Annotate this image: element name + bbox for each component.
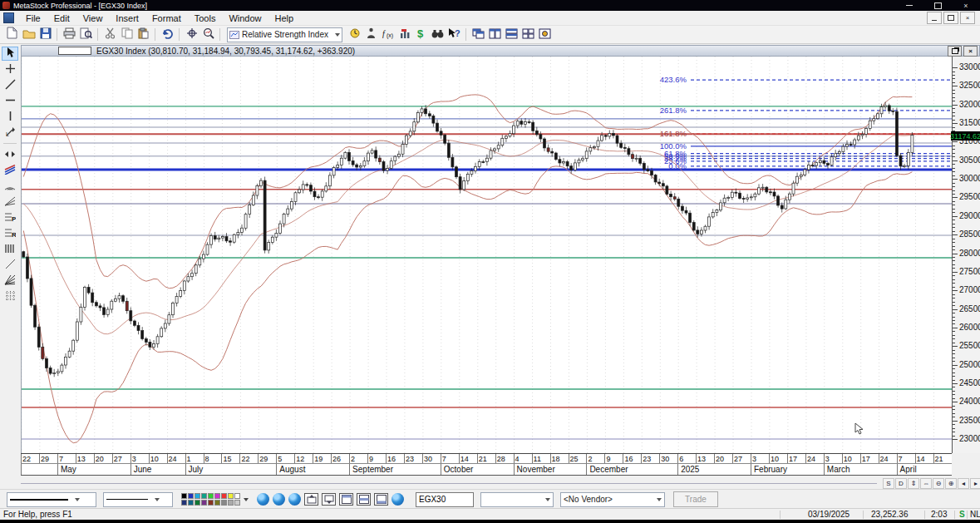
orb-chart-2-button[interactable] bbox=[273, 493, 285, 506]
color-swatch[interactable] bbox=[188, 500, 194, 506]
binoculars-button[interactable] bbox=[430, 27, 446, 42]
fibonacci-retracement-tool[interactable]: R bbox=[2, 226, 18, 240]
menu-item-window[interactable]: Window bbox=[222, 12, 268, 24]
color-swatch[interactable] bbox=[195, 493, 200, 499]
price-chart-canvas[interactable]: 423.6%261.8%161.8%100.0%61.8%50.0%38.2%2… bbox=[22, 57, 953, 453]
orb-chart-4-button[interactable] bbox=[392, 493, 404, 506]
window-tile-horizontal-button[interactable] bbox=[504, 27, 520, 42]
horizontal-line-tool[interactable] bbox=[2, 94, 18, 108]
chart-system-menu-icon[interactable] bbox=[3, 12, 14, 23]
chart-plot-area[interactable]: 423.6%261.8%161.8%100.0%61.8%50.0%38.2%2… bbox=[21, 57, 952, 453]
help-pointer-button[interactable]: ? bbox=[446, 27, 462, 42]
explorer-man-button[interactable] bbox=[363, 27, 379, 42]
new-document-button[interactable] bbox=[4, 27, 20, 42]
color-swatch[interactable] bbox=[208, 493, 214, 499]
vendor-dropdown[interactable]: <No Vendor> bbox=[560, 492, 665, 507]
quadrant-grid-tool[interactable] bbox=[2, 289, 18, 303]
zoom-find-button[interactable] bbox=[200, 27, 216, 42]
chart-nav-button-4[interactable]: ⊖ bbox=[933, 478, 944, 489]
menu-item-insert[interactable]: Insert bbox=[109, 12, 145, 24]
dollar-button[interactable]: $ bbox=[413, 27, 429, 42]
child-minimize-button[interactable] bbox=[927, 12, 942, 24]
color-swatch[interactable] bbox=[221, 493, 227, 499]
trendline-thin-tool[interactable] bbox=[2, 258, 18, 272]
copy-button[interactable] bbox=[119, 27, 135, 42]
color-swatch[interactable] bbox=[208, 500, 214, 506]
trade-button[interactable]: Trade bbox=[673, 491, 718, 507]
window-tile-grid-button[interactable] bbox=[520, 27, 536, 42]
equidistant-channel-tool[interactable] bbox=[2, 163, 18, 177]
alert-clock-button[interactable] bbox=[347, 27, 362, 42]
window-bar-1-button[interactable] bbox=[339, 493, 353, 506]
menu-item-tools[interactable]: Tools bbox=[188, 12, 223, 24]
date-axis-days[interactable]: 2229713202731024181522295121926291623307… bbox=[21, 453, 952, 464]
open-folder-button[interactable] bbox=[21, 27, 37, 42]
vertical-line-tool[interactable] bbox=[2, 110, 18, 124]
window-options-button[interactable] bbox=[537, 27, 553, 42]
gann-fan-tool[interactable] bbox=[2, 274, 18, 288]
menu-item-format[interactable]: Format bbox=[145, 12, 188, 24]
plot-indicator-button[interactable] bbox=[396, 27, 412, 42]
select-pointer-tool[interactable] bbox=[2, 47, 18, 61]
line-style-dropdown[interactable] bbox=[7, 492, 96, 507]
fibonacci-fan-tool[interactable] bbox=[2, 195, 18, 209]
window-tile-vertical-button[interactable] bbox=[487, 27, 503, 42]
color-swatch[interactable] bbox=[228, 493, 234, 499]
fibonacci-projection-tool[interactable]: P bbox=[2, 210, 18, 224]
cut-button[interactable] bbox=[102, 27, 118, 42]
color-swatch[interactable] bbox=[234, 500, 240, 506]
paste-button[interactable] bbox=[135, 27, 151, 42]
crosshair-tool[interactable] bbox=[2, 62, 18, 76]
window-cascade-button[interactable] bbox=[470, 27, 486, 42]
color-palette[interactable] bbox=[181, 493, 240, 506]
chart-close-button[interactable]: × bbox=[963, 46, 978, 57]
menu-item-view[interactable]: View bbox=[76, 12, 110, 24]
color-swatch[interactable] bbox=[221, 500, 227, 506]
chart-nav-button-6[interactable]: ◂ bbox=[958, 478, 969, 489]
orb-chart-1-button[interactable] bbox=[257, 493, 269, 506]
arrow-pair-tool[interactable] bbox=[2, 147, 18, 161]
color-swatch[interactable] bbox=[201, 500, 207, 506]
chart-nav-button-2[interactable]: ⇕ bbox=[908, 478, 919, 489]
chart-nav-button-5[interactable]: ⊕ bbox=[945, 478, 957, 489]
chart-nav-button-7[interactable]: ▸ bbox=[970, 478, 980, 489]
price-axis[interactable]: 3300032500320003150031000305003000029500… bbox=[952, 57, 980, 453]
color-swatch[interactable] bbox=[181, 493, 187, 499]
chart-window-titlebar[interactable]: EGX30 Index (30,810.70, 31,184.94, 30,79… bbox=[21, 45, 980, 57]
chart-nav-button-0[interactable]: S bbox=[883, 478, 894, 489]
move-target-button[interactable] bbox=[184, 27, 199, 42]
menu-item-help[interactable]: Help bbox=[268, 12, 301, 24]
minimize-button[interactable] bbox=[895, 0, 923, 11]
text-note-tool[interactable]: L bbox=[2, 126, 18, 140]
color-swatch[interactable] bbox=[195, 500, 200, 506]
color-palette-chevron-icon[interactable] bbox=[244, 498, 249, 501]
color-swatch[interactable] bbox=[214, 500, 220, 506]
trendline-tool[interactable] bbox=[2, 78, 18, 92]
child-restore-button[interactable] bbox=[943, 12, 958, 24]
layout-open-button[interactable] bbox=[304, 493, 318, 506]
chart-scrollbar-track[interactable] bbox=[21, 483, 877, 484]
child-close-button[interactable]: × bbox=[960, 12, 975, 24]
color-swatch[interactable] bbox=[228, 500, 234, 506]
restore-button[interactable] bbox=[923, 0, 952, 11]
chart-nav-button-1[interactable]: D bbox=[895, 478, 907, 489]
print-button[interactable] bbox=[62, 27, 77, 42]
color-swatch[interactable] bbox=[214, 493, 220, 499]
window-bar-3-button[interactable] bbox=[374, 493, 388, 506]
menu-item-file[interactable]: File bbox=[19, 12, 47, 24]
line-weight-dropdown[interactable] bbox=[103, 492, 173, 507]
period-dropdown[interactable] bbox=[480, 492, 554, 507]
color-swatch[interactable] bbox=[188, 493, 194, 499]
color-swatch[interactable] bbox=[181, 500, 187, 506]
symbol-input[interactable]: EGX30 bbox=[416, 492, 474, 507]
function-fx-button[interactable]: f(x) bbox=[380, 27, 396, 42]
chart-nav-button-3[interactable]: ⇔ bbox=[920, 478, 932, 489]
menu-item-edit[interactable]: Edit bbox=[47, 12, 76, 24]
print-preview-button[interactable] bbox=[78, 27, 94, 42]
window-bar-2-button[interactable] bbox=[357, 493, 371, 506]
save-button[interactable] bbox=[37, 27, 53, 42]
close-button[interactable]: × bbox=[952, 0, 980, 11]
orb-chart-3-button[interactable] bbox=[288, 493, 301, 506]
color-swatch[interactable] bbox=[234, 493, 240, 499]
chart-restore-button[interactable] bbox=[948, 46, 962, 57]
